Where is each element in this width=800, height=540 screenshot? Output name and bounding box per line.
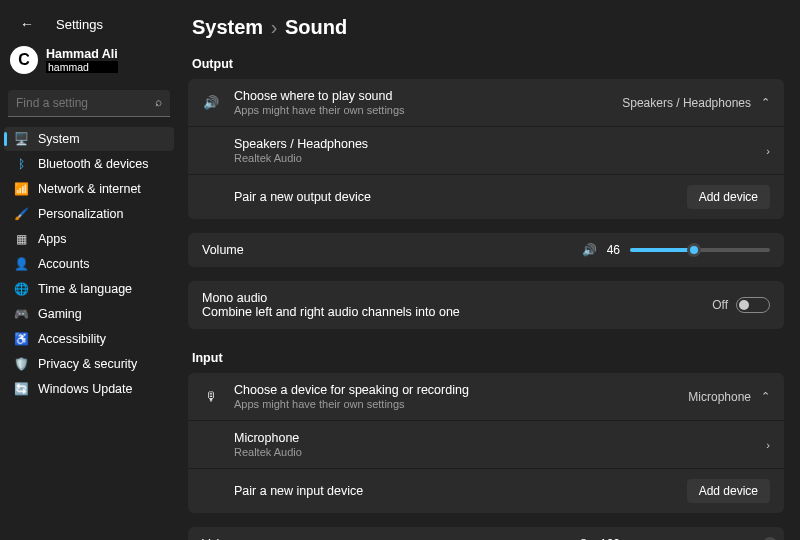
nav-label: System (38, 132, 80, 146)
output-device-row[interactable]: Speakers / Headphones Realtek Audio › (188, 126, 784, 174)
output-choose-title: Choose where to play sound (234, 89, 608, 103)
input-group: 🎙 Choose a device for speaking or record… (188, 373, 784, 513)
mono-sub: Combine left and right audio channels in… (202, 305, 712, 319)
output-pair-title: Pair a new output device (234, 190, 673, 204)
input-pair-row: Pair a new input device Add device (188, 468, 784, 513)
nav-label: Gaming (38, 307, 82, 321)
mono-toggle[interactable] (736, 297, 770, 313)
nav-label: Windows Update (38, 382, 133, 396)
chevron-right-icon: › (766, 439, 770, 451)
speaker-icon: 🔊 (202, 95, 220, 110)
sidebar-item-bluetooth-devices[interactable]: ᛒBluetooth & devices (4, 152, 174, 176)
add-input-device-button[interactable]: Add device (687, 479, 770, 503)
main-content: System › Sound Output 🔊 Choose where to … (178, 0, 800, 540)
add-output-device-button[interactable]: Add device (687, 185, 770, 209)
output-pair-row: Pair a new output device Add device (188, 174, 784, 219)
output-choose-value: Speakers / Headphones (622, 96, 751, 110)
mono-audio-row[interactable]: Mono audio Combine left and right audio … (188, 281, 784, 329)
nav-icon: ♿ (14, 332, 28, 346)
nav-icon: 🛡️ (14, 357, 28, 371)
input-choose-sub: Apps might have their own settings (234, 398, 674, 410)
chevron-right-icon: › (271, 16, 278, 38)
nav-label: Accounts (38, 257, 89, 271)
settings-title: Settings (56, 17, 103, 32)
mono-state: Off (712, 298, 728, 312)
nav-icon: 🔄 (14, 382, 28, 396)
input-device-row[interactable]: Microphone Realtek Audio › (188, 420, 784, 468)
nav-icon: ▦ (14, 232, 28, 246)
sidebar-item-gaming[interactable]: 🎮Gaming (4, 302, 174, 326)
input-choose-value: Microphone (688, 390, 751, 404)
nav-label: Time & language (38, 282, 132, 296)
output-volume-slider[interactable] (630, 248, 770, 252)
input-choose-row[interactable]: 🎙 Choose a device for speaking or record… (188, 373, 784, 420)
nav-icon: 🎮 (14, 307, 28, 321)
back-icon[interactable]: ← (10, 10, 44, 38)
nav-icon: 📶 (14, 182, 28, 196)
nav-icon: 🖥️ (14, 132, 28, 146)
input-choose-title: Choose a device for speaking or recordin… (234, 383, 674, 397)
input-pair-title: Pair a new input device (234, 484, 673, 498)
mono-title: Mono audio (202, 291, 712, 305)
user-email: hammad (46, 61, 118, 73)
nav-icon: ᛒ (14, 157, 28, 171)
sidebar-item-time-language[interactable]: 🌐Time & language (4, 277, 174, 301)
breadcrumb-root[interactable]: System (192, 16, 263, 38)
input-device-title: Microphone (234, 431, 752, 445)
input-volume-row: Volume 🎙 100 (188, 527, 784, 540)
nav-icon: 🌐 (14, 282, 28, 296)
breadcrumb: System › Sound (188, 10, 784, 53)
sidebar-item-accessibility[interactable]: ♿Accessibility (4, 327, 174, 351)
chevron-up-icon: ⌃ (761, 96, 770, 109)
nav-icon: 👤 (14, 257, 28, 271)
nav-label: Apps (38, 232, 67, 246)
output-volume-row: Volume 🔊 46 (188, 233, 784, 267)
user-block[interactable]: C Hammad Ali hammad (4, 42, 174, 86)
input-device-sub: Realtek Audio (234, 446, 752, 458)
nav-list: 🖥️SystemᛒBluetooth & devices📶Network & i… (4, 127, 174, 401)
output-choose-sub: Apps might have their own settings (234, 104, 608, 116)
nav-label: Privacy & security (38, 357, 137, 371)
sidebar-item-personalization[interactable]: 🖌️Personalization (4, 202, 174, 226)
nav-label: Accessibility (38, 332, 106, 346)
breadcrumb-page: Sound (285, 16, 347, 38)
nav-icon: 🖌️ (14, 207, 28, 221)
chevron-right-icon: › (766, 145, 770, 157)
output-heading: Output (188, 53, 784, 79)
sidebar-item-apps[interactable]: ▦Apps (4, 227, 174, 251)
nav-label: Bluetooth & devices (38, 157, 149, 171)
nav-label: Personalization (38, 207, 123, 221)
speaker-icon: 🔊 (582, 243, 597, 257)
sidebar-item-accounts[interactable]: 👤Accounts (4, 252, 174, 276)
output-volume-value: 46 (607, 243, 620, 257)
output-device-title: Speakers / Headphones (234, 137, 752, 151)
search-icon: ⌕ (155, 95, 162, 109)
avatar: C (10, 46, 38, 74)
sidebar-item-network-internet[interactable]: 📶Network & internet (4, 177, 174, 201)
sidebar-item-windows-update[interactable]: 🔄Windows Update (4, 377, 174, 401)
chevron-up-icon: ⌃ (761, 390, 770, 403)
sidebar: ← Settings C Hammad Ali hammad ⌕ 🖥️Syste… (0, 0, 178, 540)
input-heading: Input (188, 347, 784, 373)
output-volume-label: Volume (202, 243, 244, 257)
output-choose-row[interactable]: 🔊 Choose where to play sound Apps might … (188, 79, 784, 126)
sidebar-item-privacy-security[interactable]: 🛡️Privacy & security (4, 352, 174, 376)
user-name: Hammad Ali (46, 47, 118, 61)
output-device-sub: Realtek Audio (234, 152, 752, 164)
sidebar-item-system[interactable]: 🖥️System (4, 127, 174, 151)
output-group: 🔊 Choose where to play sound Apps might … (188, 79, 784, 219)
microphone-icon: 🎙 (202, 389, 220, 404)
search-input[interactable] (8, 90, 170, 117)
nav-label: Network & internet (38, 182, 141, 196)
